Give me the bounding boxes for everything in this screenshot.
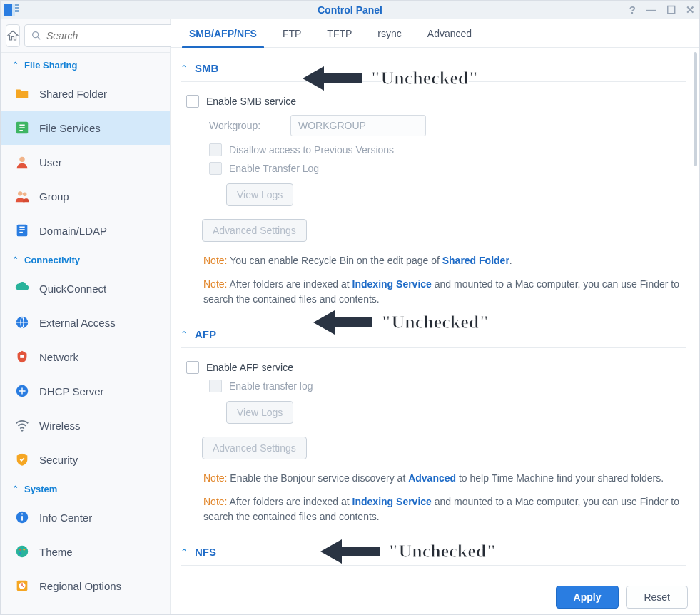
svg-point-24 (23, 549, 25, 551)
apply-button[interactable]: Apply (556, 586, 619, 609)
label-workgroup: Workgroup: (209, 120, 280, 131)
sidebar-item-external-access[interactable]: External Access (1, 305, 170, 340)
caret-up-icon: ⌃ (181, 547, 188, 557)
nfs-description: Enable this function to allow users to a… (181, 576, 686, 579)
tab-ftp[interactable]: FTP (270, 19, 314, 47)
sidebar-item-dhcp-server[interactable]: DHCP Server (1, 374, 170, 408)
section-title: SMB (195, 62, 218, 74)
section-afp-header[interactable]: ⌃ AFP (181, 324, 686, 348)
sidebar: ⌃File Sharing Shared Folder File Service… (1, 19, 171, 614)
tab-advanced[interactable]: Advanced (415, 19, 485, 47)
scrollbar[interactable] (694, 52, 697, 574)
button-afp-advanced: Advanced Settings (202, 437, 307, 459)
sidebar-item-shared-folder[interactable]: Shared Folder (1, 76, 170, 111)
minimize-button[interactable]: — (646, 4, 656, 16)
svg-point-5 (33, 32, 39, 38)
sidebar-group-file-sharing[interactable]: ⌃File Sharing (1, 53, 170, 76)
svg-point-22 (16, 546, 29, 558)
checkbox-disallow-previous (209, 143, 222, 156)
label-disallow-previous: Disallow access to Previous Versions (229, 144, 394, 156)
input-workgroup[interactable] (290, 115, 426, 136)
label-smb-transfer-log: Enable Transfer Log (229, 163, 319, 174)
close-button[interactable]: ✕ (686, 4, 695, 16)
svg-rect-0 (4, 4, 12, 16)
sidebar-item-network[interactable]: Network (1, 340, 170, 374)
home-icon (6, 29, 19, 42)
svg-rect-2 (15, 4, 19, 6)
sidebar-item-group[interactable]: Group (1, 179, 170, 213)
sidebar-item-quickconnect[interactable]: QuickConnect (1, 271, 170, 305)
section-title: NFS (195, 546, 216, 558)
checkbox-smb-transfer-log (209, 162, 222, 175)
link-shared-folder[interactable]: Shared Folder (442, 255, 509, 266)
app-icon (4, 3, 19, 17)
tabs: SMB/AFP/NFS FTP TFTP rsync Advanced (171, 19, 699, 48)
maximize-button[interactable]: ☐ (666, 4, 676, 16)
tab-tftp[interactable]: TFTP (314, 19, 365, 47)
caret-up-icon: ⌃ (12, 255, 19, 265)
sidebar-item-info-center[interactable]: Info Center (1, 500, 170, 534)
section-smb-header[interactable]: ⌃ SMB (181, 58, 686, 82)
titlebar: Control Panel ? — ☐ ✕ (1, 1, 699, 19)
caret-up-icon: ⌃ (181, 330, 188, 340)
svg-point-9 (18, 191, 22, 195)
note-smb-recycle: Note: You can enable Recycle Bin on the … (181, 246, 686, 270)
svg-rect-20 (21, 516, 23, 520)
sidebar-item-file-services[interactable]: File Services (1, 111, 170, 145)
sidebar-item-security[interactable]: Security (1, 442, 170, 477)
sidebar-item-regional-options[interactable]: Regional Options (1, 569, 170, 603)
label-enable-afp: Enable AFP service (206, 362, 293, 373)
svg-rect-16 (20, 355, 24, 358)
sidebar-item-theme[interactable]: Theme (1, 534, 170, 569)
window-title: Control Panel (318, 4, 382, 16)
svg-rect-12 (19, 227, 24, 228)
button-smb-advanced: Advanced Settings (202, 219, 307, 242)
link-indexing-service[interactable]: Indexing Service (352, 496, 432, 507)
svg-point-23 (19, 549, 21, 551)
sidebar-group-connectivity[interactable]: ⌃Connectivity (1, 248, 170, 271)
svg-point-10 (23, 193, 26, 197)
sidebar-item-domain-ldap[interactable]: Domain/LDAP (1, 213, 170, 248)
svg-rect-1 (12, 4, 15, 16)
checkbox-enable-afp[interactable] (186, 361, 199, 374)
caret-up-icon: ⌃ (181, 63, 188, 73)
search-input-wrap[interactable] (24, 24, 179, 47)
home-button[interactable] (6, 24, 20, 47)
search-input[interactable] (46, 30, 173, 41)
svg-rect-13 (19, 229, 24, 230)
svg-point-25 (19, 552, 21, 554)
reset-button[interactable]: Reset (626, 586, 688, 609)
caret-up-icon: ⌃ (12, 61, 19, 70)
button-afp-view-logs: View Logs (226, 401, 293, 424)
footer: Apply Reset (171, 579, 699, 614)
svg-line-6 (38, 37, 40, 39)
sidebar-item-wireless[interactable]: Wireless (1, 408, 170, 442)
search-icon (31, 30, 42, 41)
label-enable-smb: Enable SMB service (206, 96, 296, 107)
svg-point-18 (21, 430, 24, 432)
svg-point-8 (19, 157, 24, 162)
help-button[interactable]: ? (629, 4, 636, 16)
section-title: AFP (195, 328, 216, 340)
svg-rect-14 (19, 232, 23, 233)
sidebar-group-system[interactable]: ⌃System (1, 477, 170, 500)
tab-rsync[interactable]: rsync (365, 19, 414, 47)
caret-up-icon: ⌃ (12, 484, 19, 494)
checkbox-afp-transfer-log (209, 380, 222, 392)
sidebar-item-user[interactable]: User (1, 145, 170, 179)
checkbox-enable-smb[interactable] (186, 95, 199, 108)
note-afp-bonjour: Note: Enable the Bonjour service discove… (181, 464, 686, 487)
section-nfs-header[interactable]: ⌃ NFS (181, 542, 686, 566)
label-afp-transfer-log: Enable transfer log (229, 380, 313, 392)
svg-rect-3 (15, 7, 19, 9)
link-advanced-tab[interactable]: Advanced (408, 472, 456, 484)
button-smb-view-logs: View Logs (226, 183, 293, 206)
note-afp-indexing: Note: After folders are indexed at Index… (181, 487, 686, 526)
note-smb-indexing: Note: After folders are indexed at Index… (181, 270, 686, 308)
svg-point-21 (21, 513, 23, 514)
tab-smb-afp-nfs[interactable]: SMB/AFP/NFS (176, 19, 270, 47)
link-indexing-service[interactable]: Indexing Service (352, 278, 432, 290)
svg-rect-4 (15, 10, 19, 12)
